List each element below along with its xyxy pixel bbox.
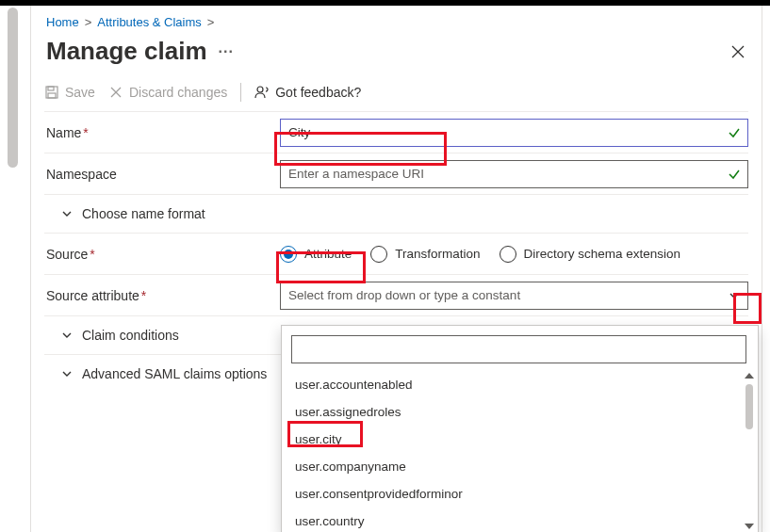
svg-point-7: [257, 87, 263, 92]
save-icon: [44, 85, 59, 100]
chevron-down-icon: [729, 290, 740, 301]
chevron-right-icon: >: [207, 15, 215, 29]
dropdown-item[interactable]: user.city: [287, 426, 750, 453]
more-actions-icon[interactable]: ···: [219, 43, 234, 60]
dropdown-scrollbar[interactable]: [743, 373, 756, 529]
source-attribute-dropdown[interactable]: Select from drop down or type a constant: [280, 282, 748, 310]
breadcrumb-attributes-claims[interactable]: Attributes & Claims: [97, 15, 202, 29]
dropdown-item[interactable]: user.assignedroles: [287, 398, 750, 426]
breadcrumb-home[interactable]: Home: [46, 15, 79, 29]
save-button[interactable]: Save: [44, 85, 95, 100]
dropdown-search-input[interactable]: [291, 335, 746, 363]
valid-check-icon: [728, 126, 741, 139]
svg-rect-4: [48, 93, 56, 98]
chevron-down-icon: [61, 208, 73, 219]
dropdown-item[interactable]: user.accountenabled: [287, 371, 750, 398]
source-attribute-label: Source attribute*: [44, 281, 280, 311]
feedback-button[interactable]: Got feedback?: [254, 85, 361, 100]
chevron-down-icon: [61, 330, 73, 341]
discard-button[interactable]: Discard changes: [108, 85, 227, 100]
svg-rect-3: [48, 87, 54, 90]
name-label: Name*: [44, 118, 280, 148]
source-radio-attribute[interactable]: Attribute: [280, 246, 352, 263]
dropdown-item[interactable]: user.companyname: [287, 453, 750, 480]
chevron-right-icon: >: [85, 15, 92, 29]
discard-icon: [108, 85, 123, 100]
choose-name-format-expander[interactable]: Choose name format: [44, 195, 748, 234]
dropdown-item[interactable]: user.consentprovidedforminor: [287, 480, 750, 508]
namespace-label: Namespace: [44, 159, 280, 189]
source-attribute-dropdown-panel: user.accountenabled user.assignedroles u…: [281, 325, 759, 532]
source-label: Source*: [44, 239, 280, 269]
outer-scrollbar[interactable]: [8, 8, 18, 523]
page-title: Manage claim ···: [46, 37, 234, 66]
source-radio-schema-extension[interactable]: Directory schema extension: [500, 246, 681, 263]
scrollbar-thumb[interactable]: [745, 384, 753, 429]
breadcrumb: Home > Attributes & Claims >: [44, 6, 748, 35]
divider: [240, 83, 241, 102]
scroll-up-icon[interactable]: [745, 373, 754, 379]
close-button[interactable]: [731, 45, 745, 58]
chevron-down-icon: [61, 368, 73, 379]
namespace-input[interactable]: [280, 160, 748, 188]
source-radio-transformation[interactable]: Transformation: [370, 246, 480, 263]
feedback-icon: [254, 85, 270, 100]
valid-check-icon: [728, 168, 741, 181]
scroll-down-icon[interactable]: [745, 524, 754, 529]
name-input[interactable]: [280, 119, 748, 147]
scrollbar-thumb[interactable]: [8, 8, 18, 168]
dropdown-item[interactable]: user.country: [287, 508, 750, 529]
